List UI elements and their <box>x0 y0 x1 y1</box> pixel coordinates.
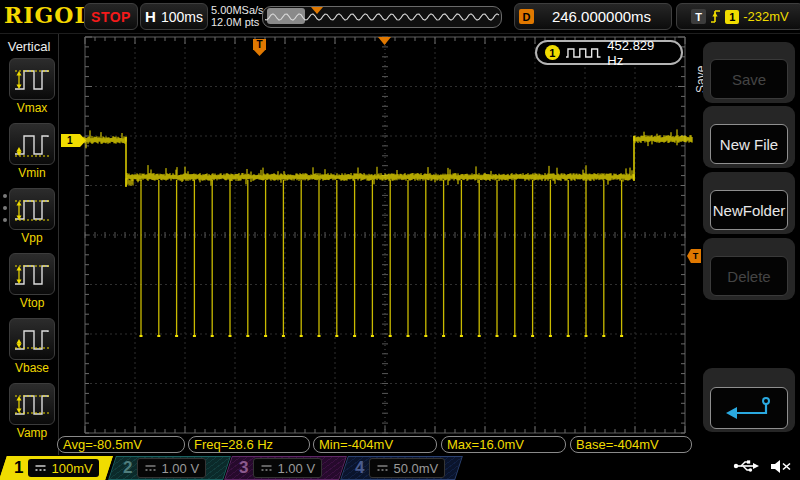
run-stop-status[interactable]: STOP <box>84 3 138 30</box>
menu-group-back <box>703 368 795 432</box>
sidebar-item-vmin[interactable]: Vmin <box>9 123 55 180</box>
scroll-indicator-dot <box>3 206 7 210</box>
measure-sidebar: Vertical Vmax Vmin Vpp Vtop Vbase Vamp <box>0 33 59 456</box>
delay-label: D <box>519 9 534 24</box>
trigger-level-value: -232mV <box>743 9 789 24</box>
save-button[interactable]: Save <box>710 59 788 99</box>
vtop-icon <box>13 258 51 290</box>
sidebar-item-vtop[interactable]: Vtop <box>9 253 55 310</box>
channel1-number: 1 <box>14 458 23 478</box>
dc-coupling-icon <box>34 463 47 473</box>
scope-graticule-and-trace <box>0 0 800 480</box>
menu-group-new-folder: NewFolder <box>703 172 795 234</box>
channel4-chip[interactable]: 4 50.0mV <box>340 456 463 480</box>
channel2-number: 2 <box>123 458 132 478</box>
dc-coupling-icon <box>376 463 389 473</box>
sidebar-item-vamp[interactable]: Vamp <box>9 383 55 440</box>
back-button[interactable] <box>710 387 788 429</box>
sidebar-item-vmax[interactable]: Vmax <box>9 58 55 115</box>
channel1-scale: 100mV <box>51 461 92 476</box>
new-folder-button[interactable]: NewFolder <box>710 190 788 230</box>
vmax-icon <box>13 63 51 95</box>
trigger-slope-icon <box>710 8 721 25</box>
dc-coupling-icon <box>144 463 157 473</box>
oscilloscope-screen: RIGOL STOP H 100ms 5.00MSa/s 12.0M pts D… <box>0 0 800 480</box>
sidebar-item-label: Vtop <box>9 296 55 310</box>
channel3-scale: 1.00 V <box>277 461 315 476</box>
sidebar-title: Vertical <box>0 39 58 54</box>
memory-depth: 12.0M pts <box>211 16 264 28</box>
delete-button[interactable]: Delete <box>710 256 788 296</box>
sidebar-item-label: Vmax <box>9 101 55 115</box>
sidebar-item-vpp[interactable]: Vpp <box>9 188 55 245</box>
frequency-counter-box: 1 452.829 Hz <box>535 40 683 65</box>
scroll-indicator-dot <box>3 194 7 198</box>
new-file-button[interactable]: New File <box>710 124 788 164</box>
horizontal-timebase-box[interactable]: H 100ms <box>140 3 208 30</box>
measure-min: Min=-404mV <box>313 436 437 453</box>
channel2-scale: 1.00 V <box>161 461 199 476</box>
memory-waveform-preview[interactable] <box>262 6 502 28</box>
return-arrow-icon <box>720 395 778 421</box>
speaker-muted-icon <box>770 459 792 474</box>
delay-value: 246.000000ms <box>540 8 663 25</box>
menu-group-new-file: New File <box>703 106 795 168</box>
vamp-icon <box>13 388 51 420</box>
channel3-number: 3 <box>239 458 248 478</box>
sidebar-item-label: Vpp <box>9 231 55 245</box>
trigger-label: T <box>691 9 706 24</box>
trigger-readout-box[interactable]: T 1 -232mV <box>676 3 800 30</box>
channel4-number: 4 <box>355 458 364 478</box>
square-wave-icon <box>565 46 603 59</box>
trigger-source-badge: 1 <box>725 10 739 24</box>
sample-rate-readout: 5.00MSa/s 12.0M pts <box>211 4 264 28</box>
usb-icon <box>733 458 760 474</box>
menu-group-delete: Delete <box>703 238 795 300</box>
measure-max: Max=16.0mV <box>441 436 566 453</box>
channel2-chip[interactable]: 2 1.00 V <box>108 456 231 480</box>
counter-channel-badge: 1 <box>545 45 560 60</box>
sidebar-item-label: Vmin <box>9 166 55 180</box>
top-status-bar: RIGOL STOP H 100ms 5.00MSa/s 12.0M pts D… <box>0 0 800 34</box>
preview-sine-icon <box>263 7 501 27</box>
channel3-chip[interactable]: 3 1.00 V <box>224 456 347 480</box>
measure-freq: Freq=28.6 Hz <box>188 436 310 453</box>
measure-base: Base=-404mV <box>570 436 692 453</box>
save-menu-panel: Save Save New File NewFolder Delete <box>695 33 800 455</box>
vpp-icon <box>13 193 51 225</box>
vbase-icon <box>13 323 51 355</box>
counter-frequency-value: 452.829 Hz <box>607 38 673 68</box>
vmin-icon <box>13 128 51 160</box>
horizontal-label: H <box>145 8 156 25</box>
menu-group-save: Save <box>703 42 795 103</box>
scroll-indicator-dot <box>3 218 7 222</box>
channel4-scale: 50.0mV <box>393 461 438 476</box>
delay-readout-box[interactable]: D 246.000000ms <box>514 3 672 30</box>
sidebar-item-label: Vbase <box>9 361 55 375</box>
channel-status-bar: 1 100mV 2 1.00 V <box>0 455 800 480</box>
sidebar-item-label: Vamp <box>9 426 55 440</box>
timebase-value: 100ms <box>161 9 203 25</box>
dc-coupling-icon <box>260 463 273 473</box>
channel1-chip[interactable]: 1 100mV <box>0 456 113 480</box>
sidebar-item-vbase[interactable]: Vbase <box>9 318 55 375</box>
rigol-logo: RIGOL <box>4 2 91 28</box>
measure-avg: Avg=-80.5mV <box>57 436 185 453</box>
sample-rate: 5.00MSa/s <box>211 4 264 16</box>
